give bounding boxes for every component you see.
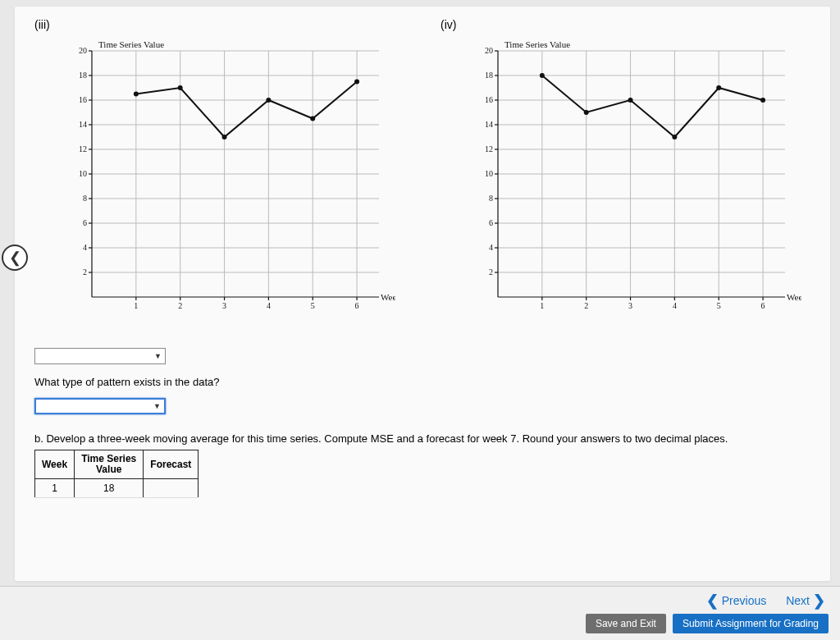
previous-label: Previous <box>722 594 766 607</box>
chart-iii: 2468101214161820123456Time Series ValueW… <box>34 34 395 330</box>
cell-value-1: 18 <box>75 479 144 498</box>
previous-button[interactable]: ❮ Previous <box>706 592 766 610</box>
svg-text:Week(t): Week(t) <box>381 292 395 303</box>
svg-text:2: 2 <box>489 267 493 277</box>
svg-text:3: 3 <box>628 301 632 310</box>
th-week: Week <box>35 450 75 479</box>
chart-label-iv: (iv) <box>441 18 814 31</box>
svg-point-113 <box>672 135 677 139</box>
chart-label-iii: (iii) <box>34 18 408 31</box>
prev-page-arrow[interactable]: ❮ <box>2 245 28 271</box>
svg-text:20: 20 <box>485 46 493 55</box>
next-label: Next <box>786 594 810 607</box>
next-button[interactable]: Next ❯ <box>786 592 825 610</box>
svg-point-52 <box>134 92 139 97</box>
svg-text:14: 14 <box>79 120 87 129</box>
svg-text:2: 2 <box>178 301 182 310</box>
dropdown-1[interactable]: ▼ <box>34 348 166 364</box>
svg-text:16: 16 <box>79 95 87 104</box>
svg-text:20: 20 <box>79 46 87 55</box>
svg-text:4: 4 <box>83 243 87 252</box>
svg-point-55 <box>266 98 271 103</box>
svg-text:8: 8 <box>489 194 493 203</box>
th-value: Time SeriesValue <box>75 450 144 479</box>
chart-block-iv: (iv) 2468101214161820123456Time Series V… <box>441 18 814 330</box>
svg-text:14: 14 <box>485 120 493 129</box>
table-header-row: Week Time SeriesValue Forecast <box>35 450 199 479</box>
footer-bar: ❮ Previous Next ❯ Save and Exit Submit A… <box>0 586 840 640</box>
svg-point-112 <box>628 98 633 103</box>
svg-text:12: 12 <box>485 144 493 153</box>
svg-point-54 <box>222 135 227 139</box>
svg-text:Time Series Value: Time Series Value <box>98 39 164 49</box>
svg-text:6: 6 <box>761 301 765 310</box>
svg-point-57 <box>354 80 359 85</box>
svg-text:Week(t): Week(t) <box>787 292 801 303</box>
chevron-down-icon: ▼ <box>153 402 161 410</box>
chart-iv: 2468101214161820123456Time Series ValueW… <box>441 34 801 330</box>
svg-point-115 <box>760 98 765 103</box>
chevron-right-icon: ❯ <box>813 592 825 610</box>
chart-block-iii: (iii) 2468101214161820123456Time Series … <box>34 18 408 330</box>
svg-text:5: 5 <box>717 301 721 310</box>
svg-text:4: 4 <box>673 301 677 310</box>
svg-point-111 <box>584 110 589 115</box>
svg-text:18: 18 <box>485 71 493 80</box>
section-b-text: b. Develop a three-week moving average f… <box>34 432 814 445</box>
svg-point-56 <box>310 117 315 121</box>
chevron-down-icon: ▼ <box>154 352 162 360</box>
svg-text:5: 5 <box>311 301 315 310</box>
svg-text:1: 1 <box>134 301 138 310</box>
svg-text:2: 2 <box>584 301 588 310</box>
svg-point-110 <box>540 73 545 78</box>
svg-text:6: 6 <box>489 218 493 227</box>
svg-text:12: 12 <box>79 144 87 153</box>
th-forecast: Forecast <box>144 450 199 479</box>
svg-text:10: 10 <box>485 169 493 178</box>
svg-text:1: 1 <box>540 301 544 310</box>
save-exit-button[interactable]: Save and Exit <box>586 614 666 633</box>
svg-text:4: 4 <box>267 301 271 310</box>
section-b: b. Develop a three-week moving average f… <box>34 432 814 498</box>
svg-text:10: 10 <box>79 169 87 178</box>
cell-week-1: 1 <box>35 479 75 498</box>
svg-text:4: 4 <box>489 243 493 252</box>
pattern-dropdown[interactable]: ▼ <box>34 398 166 414</box>
svg-text:2: 2 <box>83 267 87 277</box>
chevron-left-icon: ❮ <box>706 592 719 610</box>
table-row: 1 18 <box>35 479 199 498</box>
submit-button[interactable]: Submit Assignment for Grading <box>673 614 829 633</box>
svg-text:3: 3 <box>222 301 226 310</box>
charts-row: (iii) 2468101214161820123456Time Series … <box>34 18 814 330</box>
prev-next-nav: ❮ Previous Next ❯ <box>706 592 825 610</box>
page-content: ❮ (iii) 2468101214161820123456Time Serie… <box>15 7 830 581</box>
svg-text:Time Series Value: Time Series Value <box>504 39 570 49</box>
cell-forecast-1 <box>144 479 199 498</box>
question-text: What type of pattern exists in the data? <box>34 376 814 388</box>
action-buttons: Save and Exit Submit Assignment for Grad… <box>586 614 829 633</box>
forecast-table: Week Time SeriesValue Forecast 1 18 <box>34 450 199 498</box>
svg-text:6: 6 <box>83 218 87 227</box>
svg-text:18: 18 <box>79 71 87 80</box>
svg-text:16: 16 <box>485 95 493 104</box>
svg-point-114 <box>716 85 721 90</box>
svg-text:6: 6 <box>355 301 359 310</box>
svg-text:8: 8 <box>83 194 87 203</box>
svg-point-53 <box>178 85 183 90</box>
